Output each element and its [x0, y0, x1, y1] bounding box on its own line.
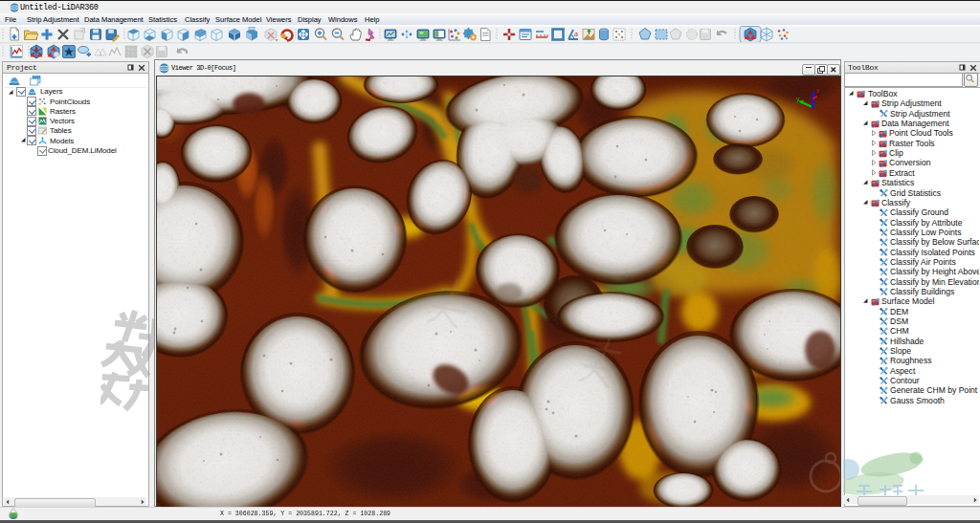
svg-text:Clip: Clip — [889, 148, 903, 158]
svg-text:Grid Statistics: Grid Statistics — [890, 188, 941, 198]
svg-text:Contour: Contour — [890, 376, 920, 385]
svg-text:Classify by Below Surface: Classify by Below Surface — [890, 237, 979, 247]
svg-text:Hillshade: Hillshade — [890, 337, 924, 346]
svg-text:Raster Tools: Raster Tools — [889, 139, 935, 148]
svg-text:Classify Ground: Classify Ground — [890, 207, 948, 217]
svg-text:Classify by Min Elevation: Classify by Min Elevation — [890, 277, 979, 287]
svg-text:Point Cloud Tools: Point Cloud Tools — [889, 128, 953, 138]
svg-text:z: z — [811, 92, 813, 98]
svg-text:Classify: Classify — [881, 198, 911, 207]
svg-text:Classify by Height Above Gro: Classify by Height Above Gro — [890, 267, 979, 276]
svg-text:Classify Air Points: Classify Air Points — [890, 257, 956, 267]
svg-text:Classify Buildings: Classify Buildings — [890, 287, 954, 296]
svg-text:Classify Isolated Points: Classify Isolated Points — [890, 248, 975, 257]
svg-text:CHM: CHM — [890, 326, 909, 336]
svg-text:a: a — [574, 31, 578, 37]
svg-text:Generate CHM by Point Clou: Generate CHM by Point Clou — [890, 385, 979, 395]
svg-text:Surface Model: Surface Model — [881, 296, 935, 306]
svg-text:Data Management: Data Management — [881, 119, 949, 128]
svg-text:DEM: DEM — [890, 307, 908, 316]
svg-text:Slope: Slope — [890, 346, 911, 356]
svg-text:Strip Adjustment: Strip Adjustment — [890, 109, 950, 119]
svg-text:y: y — [796, 96, 800, 103]
svg-text:Strip Adjustment: Strip Adjustment — [881, 98, 942, 108]
svg-text:Gauss Smooth: Gauss Smooth — [890, 396, 945, 405]
svg-text:Classify by Attribute: Classify by Attribute — [890, 218, 963, 228]
svg-text:ToolBox: ToolBox — [868, 89, 898, 98]
svg-text:DSM: DSM — [890, 316, 908, 326]
svg-text:Classify Low Points: Classify Low Points — [890, 228, 962, 237]
svg-text:x: x — [816, 87, 820, 94]
svg-text:Aspect: Aspect — [890, 366, 916, 376]
svg-text:Statistics: Statistics — [881, 178, 914, 187]
svg-text:Conversion: Conversion — [889, 158, 931, 167]
svg-text:Extract: Extract — [889, 168, 915, 178]
svg-text:Roughness: Roughness — [890, 356, 931, 365]
